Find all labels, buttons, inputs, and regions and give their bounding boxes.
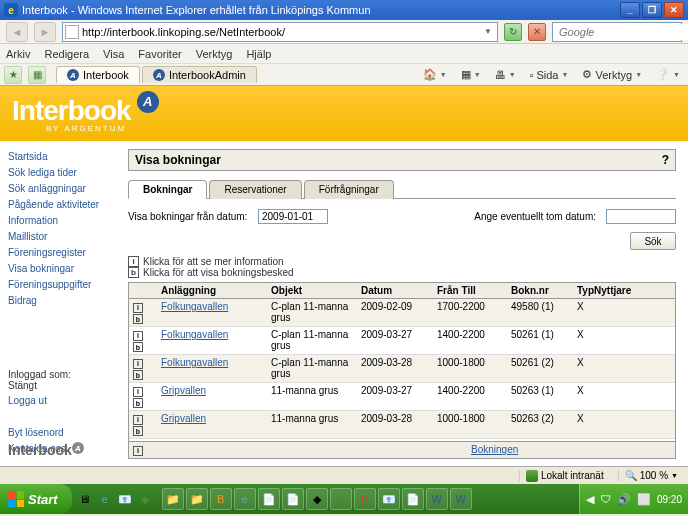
sidebar-item-information[interactable]: Information (8, 215, 112, 227)
sidebar-item-foreningsregister[interactable]: Föreningsregister (8, 247, 112, 259)
sidebar-item-sok-lediga[interactable]: Sök lediga tider (8, 167, 112, 179)
menu-verktyg[interactable]: Verktyg (196, 48, 233, 60)
table-body[interactable]: ibFolkungavallenC-plan 11-manna grus2009… (129, 299, 675, 441)
tab-forfragningar[interactable]: Förfrågningar (304, 180, 394, 199)
sidebar-item-pagaende[interactable]: Pågående aktiviteter (8, 199, 112, 211)
row-doc-icon[interactable]: b (133, 314, 143, 324)
row-info-icon[interactable]: i (133, 303, 143, 313)
task-item[interactable]: W (450, 488, 472, 510)
tools-menu-button[interactable]: ⚙ Verktyg▼ (578, 66, 646, 83)
ql-app-icon[interactable]: ◆ (136, 489, 154, 509)
task-item[interactable]: B (210, 488, 232, 510)
sidebar-item-maillistor[interactable]: Maillistor (8, 231, 112, 243)
maximize-button[interactable]: ❐ (642, 2, 662, 18)
row-anlaggning-link[interactable]: Folkungavallen (161, 301, 228, 312)
task-item[interactable]: 📄 (282, 488, 304, 510)
row-anlaggning-link[interactable]: Gripvallen (161, 413, 206, 424)
forward-button[interactable]: ► (34, 22, 56, 42)
tray-icon[interactable]: 🔊 (617, 493, 631, 506)
menu-arkiv[interactable]: Arkiv (6, 48, 30, 60)
row-info-icon[interactable]: i (133, 387, 143, 397)
task-item[interactable]: ◆ (306, 488, 328, 510)
ql-ie-icon[interactable]: e (96, 489, 114, 509)
sidebar-item-bidrag[interactable]: Bidrag (8, 295, 112, 307)
sidebar: Startsida Sök lediga tider Sök anläggnin… (0, 141, 120, 466)
ql-outlook-icon[interactable]: 📧 (116, 489, 134, 509)
print-button[interactable]: 🖶▼ (491, 67, 520, 83)
row-typ: X (573, 299, 633, 326)
search-button[interactable]: Sök (630, 232, 676, 250)
row-info-icon[interactable]: i (133, 359, 143, 369)
feeds-button[interactable]: ▦▼ (457, 66, 485, 83)
to-date-input[interactable] (606, 209, 676, 224)
search-box[interactable]: 🔍 (552, 22, 682, 42)
ie-tab-interbookadmin[interactable]: A InterbookAdmin (142, 66, 257, 83)
task-item[interactable]: 📁 (186, 488, 208, 510)
home-button[interactable]: 🏠▼ (419, 66, 451, 83)
task-item[interactable]: 📁 (162, 488, 184, 510)
info-icon[interactable]: i (133, 446, 143, 456)
row-anlaggning-link[interactable]: Folkungavallen (161, 329, 228, 340)
menu-hjalp[interactable]: Hjälp (246, 48, 271, 60)
row-info-icon[interactable]: i (133, 331, 143, 341)
tab-reservationer[interactable]: Reservationer (209, 180, 301, 199)
footer-link-bokningen[interactable]: Bokningen (471, 444, 518, 456)
from-date-input[interactable] (258, 209, 328, 224)
address-bar[interactable]: ▼ (62, 22, 498, 42)
task-item[interactable]: X (330, 488, 352, 510)
row-doc-icon[interactable]: b (133, 426, 143, 436)
row-fran-till: 1400-2200 (433, 327, 507, 354)
row-doc-icon[interactable]: b (133, 370, 143, 380)
ie-tab-label: Interbook (83, 69, 129, 81)
tab-bokningar[interactable]: Bokningar (128, 180, 207, 199)
logo-subtitle: BY ARGENTUM (46, 124, 159, 133)
row-doc-icon[interactable]: b (133, 342, 143, 352)
add-tab-button[interactable]: ▦ (28, 66, 46, 84)
window-titlebar: e Interbook - Windows Internet Explorer … (0, 0, 688, 20)
ql-desktop-icon[interactable]: 🖥 (76, 489, 94, 509)
sidebar-item-logga-ut[interactable]: Logga ut (8, 395, 112, 407)
sidebar-item-startsida[interactable]: Startsida (8, 151, 112, 163)
sidebar-item-byt-losenord[interactable]: Byt lösenord (8, 427, 112, 439)
close-button[interactable]: ✕ (664, 2, 684, 18)
search-input[interactable] (559, 24, 688, 40)
minimize-button[interactable]: _ (620, 2, 640, 18)
sidebar-item-foreningsuppgifter[interactable]: Föreningsuppgifter (8, 279, 112, 291)
page-menu-button[interactable]: ▫ Sida▼ (526, 67, 573, 83)
table-footer: i Bokningen (129, 441, 675, 458)
row-objekt: C-plan 11-manna grus (267, 299, 357, 326)
zoom-level[interactable]: 🔍 100 % ▼ (618, 470, 684, 481)
task-item[interactable]: 📄 (402, 488, 424, 510)
logo-text: Interbook (12, 95, 131, 126)
sidebar-item-sok-anlaggningar[interactable]: Sök anläggningar (8, 183, 112, 195)
help-button[interactable]: ? (662, 153, 669, 167)
menu-redigera[interactable]: Redigera (44, 48, 89, 60)
row-anlaggning-link[interactable]: Folkungavallen (161, 357, 228, 368)
url-input[interactable] (82, 24, 481, 40)
stop-button[interactable]: ✕ (528, 23, 546, 41)
row-anlaggning-link[interactable]: Gripvallen (161, 385, 206, 396)
task-item[interactable]: e (234, 488, 256, 510)
sidebar-item-visa-bokningar[interactable]: Visa bokningar (8, 263, 112, 275)
menu-favoriter[interactable]: Favoriter (138, 48, 181, 60)
back-button[interactable]: ◄ (6, 22, 28, 42)
start-button[interactable]: Start (0, 484, 72, 514)
tray-icon[interactable]: 🛡 (600, 493, 611, 505)
ie-tab-interbook[interactable]: A Interbook (56, 66, 140, 83)
help-button[interactable]: ❔▼ (652, 66, 684, 83)
task-item[interactable]: P (354, 488, 376, 510)
task-item[interactable]: 📧 (378, 488, 400, 510)
row-info-icon[interactable]: i (133, 415, 143, 425)
security-zone: Lokalt intranät (519, 470, 610, 482)
task-item[interactable]: 📄 (258, 488, 280, 510)
refresh-button[interactable]: ↻ (504, 23, 522, 41)
tray-clock[interactable]: 09:20 (657, 494, 682, 505)
menu-visa[interactable]: Visa (103, 48, 124, 60)
row-doc-icon[interactable]: b (133, 398, 143, 408)
address-dropdown-icon[interactable]: ▼ (481, 27, 495, 36)
tray-icon[interactable]: ◀ (586, 493, 594, 506)
interbook-favicon: A (153, 69, 165, 81)
tray-icon[interactable]: ⬜ (637, 493, 651, 506)
task-item[interactable]: W (426, 488, 448, 510)
favorites-button[interactable]: ★ (4, 66, 22, 84)
